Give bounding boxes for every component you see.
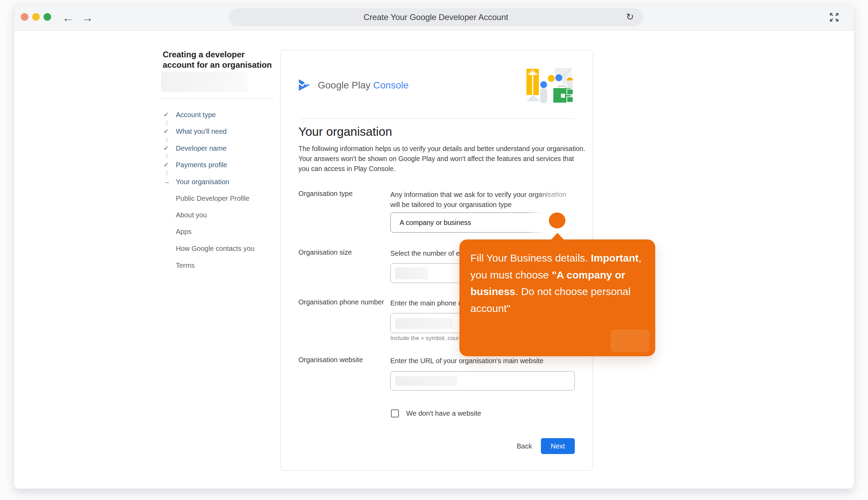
sidebar-divider [161,98,273,99]
step-connector [166,120,167,125]
no-website-checkbox-label: We don't have a website [406,409,481,417]
redacted-value [395,376,457,386]
back-nav-icon[interactable]: ← [61,11,75,25]
card-divider [298,119,575,119]
check-icon: ✓ [163,127,172,136]
sidebar-step-how-google-contacts-you[interactable]: How Google contacts you [163,244,277,253]
no-website-checkbox[interactable] [391,409,399,417]
tooltip-text: Fill Your Business details. Important, y… [470,250,646,317]
sidebar-step-terms[interactable]: Terms [163,261,277,270]
sidebar-step-developer-name[interactable]: ✓ Developer name [163,144,277,153]
sidebar-step-payments-profile[interactable]: ✓ Payments profile [163,160,277,169]
sidebar-step-your-organisation[interactable]: → Your organisation [163,177,277,186]
traffic-light-minimize-button[interactable] [32,13,40,21]
next-button[interactable]: Next [541,438,575,454]
check-icon: ✓ [163,144,172,153]
section-description: The following information helps us to ve… [298,144,586,174]
traffic-light-close-button[interactable] [21,13,28,21]
step-connector [166,170,167,176]
instruction-tooltip: Fill Your Business details. Important, y… [459,239,655,356]
organisation-type-label: Organisation type [298,190,385,198]
sidebar-step-about-you[interactable]: About you [163,210,277,219]
redacted-value [395,318,453,329]
organisation-phone-hint: Include the + symbol, country [390,335,467,342]
step-connector [166,154,167,159]
tooltip-artifact [610,329,649,352]
step-connector [166,137,167,142]
organisation-website-helper: Enter the URL of your organisation's mai… [390,356,577,366]
sidebar-step-apps[interactable]: Apps [163,227,277,236]
browser-titlebar: ← → Create Your Google Developer Account… [14,4,854,31]
organisation-website-input[interactable] [390,371,575,390]
page-title: Create Your Google Developer Account [364,12,508,22]
check-icon: ✓ [163,160,172,169]
org-illustration [525,67,574,104]
highlight-dot [549,213,565,228]
browser-window: ← → Create Your Google Developer Account… [14,3,854,489]
section-heading: Your organisation [298,125,392,139]
organisation-type-value: A company or business [400,219,471,227]
reload-icon[interactable]: ↻ [626,11,634,22]
tooltip-arrow [551,233,564,240]
arrow-right-icon: → [163,177,172,186]
sidebar-heading: Creating a developer account for an orga… [163,49,277,70]
organisation-phone-label: Organisation phone number [298,298,385,306]
redacted-value [395,267,428,279]
sidebar-step-what-youll-need[interactable]: ✓ What you'll need [163,127,277,136]
logo-text: Google Play Console [318,80,409,91]
google-play-console-logo: Google Play Console [298,78,436,93]
play-triangle-icon [298,78,311,92]
organisation-size-label: Organisation size [298,248,385,256]
address-bar[interactable]: Create Your Google Developer Account ↻ [228,8,643,26]
fullscreen-icon[interactable] [829,12,839,22]
organisation-website-label: Organisation website [298,356,385,364]
check-icon: ✓ [163,110,172,119]
forward-nav-icon[interactable]: → [80,11,94,25]
traffic-light-zoom-button[interactable] [44,13,51,21]
sidebar-step-public-developer-profile[interactable]: Public Developer Profile [163,194,277,203]
back-button[interactable]: Back [510,438,539,454]
sidebar-step-account-type[interactable]: ✓ Account type [163,110,277,119]
sidebar-redacted-text [161,72,247,92]
